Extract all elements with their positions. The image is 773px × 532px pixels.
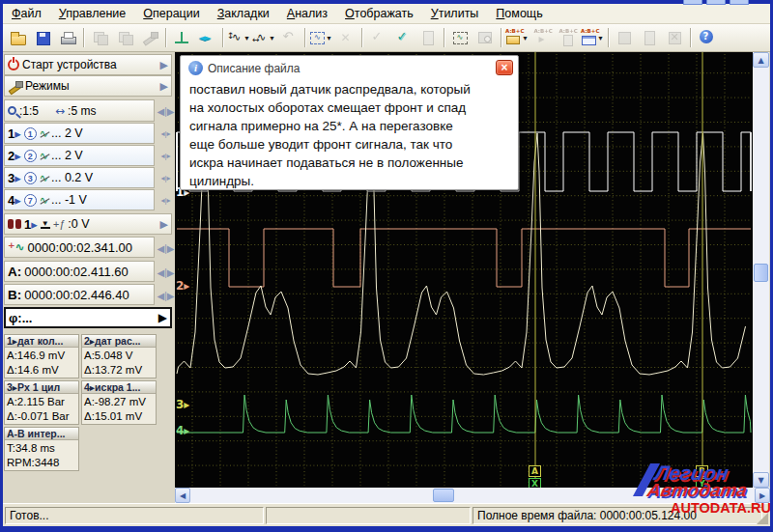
dropdown-arrow-icon[interactable]: ▼ [269,35,275,42]
apply-button[interactable] [390,26,415,49]
minimize-button-sliver[interactable] [683,0,702,5]
horizontal-scrollbar[interactable]: ◀ ▶ [175,488,770,503]
channel-3-stepper[interactable]: ◂|▸ [157,174,175,182]
preview-button[interactable] [472,26,498,49]
extra-doc-button[interactable] [637,26,662,49]
report-button[interactable] [415,26,441,49]
impulse-mode-button[interactable] [169,26,194,49]
help-button[interactable] [694,26,719,49]
dropdown-arrow-icon[interactable]: ▼ [597,35,604,42]
delete-icon [338,30,355,45]
channel-3-row[interactable]: 3▸ 3 ∿ ... 0.2 V [4,167,155,188]
script-table-button[interactable]: ▼ [580,26,605,49]
tools-icon [8,80,22,93]
imgzoom-icon [477,30,494,45]
scroll-right-button[interactable]: ▶ [755,488,770,503]
app-window: ФайлУправлениеОперацииЗакладкиАнализОтоб… [0,0,773,532]
pan-mode-button[interactable] [194,26,219,49]
cursor-b-flag[interactable]: B [696,465,708,477]
zoom-timebase-row[interactable]: :1:5 ↔ :5 ms [4,99,155,122]
scope-channel-marker-4[interactable]: 4▸ [176,425,189,437]
channel-2-row[interactable]: 2▸ 2 ∿ ... 2 V [4,145,155,166]
measure-panel-5[interactable]: A-B интер...T:34.8 msRPM:3448 [4,427,79,471]
position-row[interactable]: +∿ 0000:00:02.341.00 [4,237,155,258]
menu-item-control[interactable]: Управление [50,4,135,23]
save-script-button[interactable] [555,26,580,49]
gray1-icon [616,30,633,45]
menu-item-view[interactable]: Отображать [336,4,422,23]
clear-selection-button[interactable] [333,26,358,49]
menu-bar: ФайлУправлениеОперацииЗакладкиАнализОтоб… [3,4,770,24]
printer-icon [60,30,76,45]
toolbar-separator [444,28,444,47]
menu-item-utilities[interactable]: Утилиты [422,4,488,23]
scroll-up-button[interactable]: ▲ [753,52,769,68]
zoom-selection-button[interactable]: ▼ [308,26,333,49]
start-device-button[interactable]: Старт устройства ▶ [4,54,172,75]
sig2-icon [252,30,269,45]
cursor-b-stepper[interactable]: ◀|▶ [157,291,175,301]
horizontal-scale-button[interactable]: ▼ [251,26,276,49]
copy-image-button[interactable] [87,26,112,49]
cursor-a-value: 0000:00:02.411.60 [24,265,128,279]
menu-item-bookmarks[interactable]: Закладки [209,4,278,23]
probe-2-icon: 2 [24,150,37,162]
cursor-a-flag[interactable]: A [529,465,541,477]
dropdown-arrow-icon[interactable]: ▼ [243,35,250,42]
apply-inactive-button[interactable] [365,26,390,49]
trigger-row[interactable]: 1▸ ▼ +ƒ :0 V ▶ [4,213,172,235]
measure-panel-3[interactable]: 3▸Px 1 цилA:2.115 BarΔ:-0.071 Bar [4,380,79,425]
cursor-a-stepper[interactable]: ◀|▶ [157,267,175,278]
extra-delete-button[interactable] [662,26,687,49]
dropdown-arrow-icon[interactable]: ▼ [522,35,529,42]
vertical-scroll-thumb[interactable] [754,264,768,282]
modes-button[interactable]: Режимы ▶ [4,75,172,97]
channel-1-stepper[interactable]: ◂|▸ [157,129,175,138]
measure-panel-1[interactable]: 1▸дат кол...A:146.9 mVΔ:14.6 mV [4,334,79,378]
panel-title: 1▸дат кол... [5,335,78,348]
measure-panel-4[interactable]: 4▸искра 1...A:-98.27 mVΔ:15.01 mV [81,380,157,425]
menu-item-file[interactable]: Файл [3,4,50,23]
undo-button[interactable] [276,26,301,49]
close-button-sliver[interactable] [730,0,749,5]
scroll-left-button[interactable]: ◀ [175,488,190,503]
print-button[interactable] [55,26,80,49]
binoculars-icon [8,219,21,229]
edit-tools-button[interactable] [137,26,162,49]
measure-panel-2[interactable]: 2▸дат рас...A:5.048 VΔ:13.72 mV [81,334,157,378]
horizontal-scroll-thumb[interactable] [433,489,454,502]
copy-fragment-button[interactable] [112,26,137,49]
coupling-icon: ∿ [40,173,48,182]
scope-channel-marker-2[interactable]: 2▸ [176,280,189,293]
maximize-button-sliver[interactable] [706,0,726,5]
save-button[interactable] [30,26,55,49]
run-script-button[interactable] [530,26,555,49]
menu-item-help[interactable]: Помощь [487,4,551,23]
dropdown-arrow-icon[interactable]: ▼ [326,35,332,42]
dialog-close-button[interactable]: × [496,60,513,75]
vertical-scrollbar[interactable]: ▲ ▼ [753,52,769,488]
scope-channel-marker-3[interactable]: 3▸ [176,399,189,411]
extra-image-button[interactable] [612,26,637,49]
phase-row[interactable]: φ:... ▶ [4,307,172,328]
menu-item-operations[interactable]: Операции [134,4,208,23]
channel-4-stepper[interactable]: ◂|▸ [157,196,175,205]
timebase-stepper[interactable]: ◀|▶ [157,106,175,117]
select-region-button[interactable] [447,26,472,49]
channel-2-stepper[interactable]: ◂|▸ [157,152,175,160]
open-file-button[interactable] [5,26,30,49]
channel-1-row[interactable]: 1▸ 1 ∿ ... 2 V [4,123,155,144]
channel-4-row[interactable]: 4▸ 7 ∿ ... -1 V [4,189,155,210]
hammer-icon [142,30,158,45]
open-script-button[interactable]: ▼ [504,26,530,49]
power-icon [8,59,19,70]
scroll-down-button[interactable]: ▼ [753,472,769,488]
toolbar: ▼▼▼▼▼ [3,24,770,52]
toolbar-separator [361,28,362,47]
position-stepper[interactable]: ◀|▶ [157,243,175,254]
cursor-b-row[interactable]: B: 0000:00:02.446.40 [4,284,155,305]
coupling-icon: ∿ [40,128,48,138]
menu-item-analysis[interactable]: Анализ [278,4,336,23]
vertical-scale-button[interactable]: ▼ [226,26,251,49]
cursor-a-row[interactable]: A: 0000:00:02.411.60 [4,261,155,282]
